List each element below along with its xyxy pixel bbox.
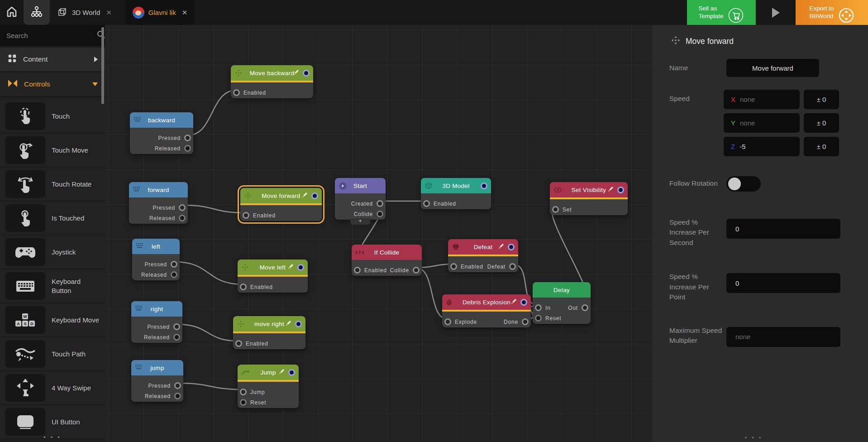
node-enable-toggle[interactable] bbox=[520, 299, 527, 306]
edit-pencil-icon[interactable] bbox=[302, 192, 308, 200]
node-move-backward[interactable]: Move backwardEnabled bbox=[231, 65, 313, 98]
port-released-out[interactable] bbox=[173, 334, 180, 341]
speed-z-field[interactable]: Z -5 bbox=[724, 137, 800, 156]
svg-text:D: D bbox=[30, 322, 33, 326]
port-enabled-in[interactable] bbox=[235, 340, 242, 347]
sidebar-section-content[interactable]: Content bbox=[0, 48, 105, 72]
port-explode-in[interactable] bbox=[444, 318, 451, 325]
speed-increase-second-field[interactable]: 0 bbox=[726, 219, 840, 239]
port-in-in[interactable] bbox=[535, 304, 542, 311]
node-set-visibility[interactable]: Set VisibilitySet bbox=[550, 182, 628, 215]
port-jump-in[interactable] bbox=[240, 389, 247, 395]
sidebar-item-touch-rotate[interactable]: Touch Rotate bbox=[0, 168, 105, 202]
port-enabled-in[interactable] bbox=[423, 200, 430, 207]
speed-x-variance-field[interactable]: ± 0 bbox=[804, 90, 839, 109]
tab-3d-world[interactable]: 3D World ✕ bbox=[50, 0, 119, 25]
home-button[interactable] bbox=[0, 0, 24, 25]
sidebar-section-controls[interactable]: Controls bbox=[0, 72, 105, 97]
speed-z-variance-field[interactable]: ± 0 bbox=[804, 137, 839, 156]
port-reset-in[interactable] bbox=[240, 399, 247, 406]
port-released-out[interactable] bbox=[179, 215, 186, 221]
edit-pencil-icon[interactable] bbox=[511, 298, 517, 306]
play-button[interactable] bbox=[756, 0, 796, 25]
sell-as-template-button[interactable]: Sell as Template bbox=[687, 0, 756, 25]
sidebar-item-touch-path[interactable]: Touch Path bbox=[0, 337, 105, 371]
speed-y-variance-field[interactable]: ± 0 bbox=[804, 113, 839, 133]
sidebar-item-is-touched[interactable]: Is Touched bbox=[0, 202, 105, 235]
node-defeat[interactable]: DefeatEnabledDefeat bbox=[448, 239, 518, 272]
port-out-out[interactable] bbox=[582, 304, 588, 311]
port-pressed-out[interactable] bbox=[171, 261, 177, 268]
speed-increase-point-field[interactable]: 0 bbox=[726, 273, 840, 293]
follow-rotation-toggle[interactable] bbox=[726, 176, 761, 192]
sidebar-scrollbar[interactable] bbox=[101, 27, 104, 104]
is-touched-icon bbox=[5, 204, 45, 232]
port-defeat-out[interactable] bbox=[509, 263, 516, 270]
port-pressed-out[interactable] bbox=[174, 382, 181, 389]
port-pressed-out[interactable] bbox=[184, 135, 191, 141]
port-created-out[interactable] bbox=[377, 200, 383, 207]
node-enable-toggle[interactable] bbox=[303, 70, 310, 77]
port-enabled-in[interactable] bbox=[233, 89, 240, 96]
tab-node-graph[interactable] bbox=[24, 0, 50, 25]
port-enabled-in[interactable] bbox=[354, 267, 361, 274]
tab-3d-world-close-icon[interactable]: ✕ bbox=[106, 9, 112, 17]
node-if-collide[interactable]: If CollideEnabledCollide bbox=[352, 245, 422, 276]
search-input[interactable] bbox=[6, 32, 96, 39]
node-forward[interactable]: forwardPressedReleased bbox=[129, 182, 188, 224]
export-to-bbworld-button[interactable]: Export to BBWorld bbox=[796, 0, 868, 25]
node-delay[interactable]: DelayInOutReset bbox=[533, 282, 591, 324]
node-enable-toggle[interactable] bbox=[617, 187, 624, 193]
port-released-out[interactable] bbox=[171, 271, 177, 278]
port-done-out[interactable] bbox=[522, 318, 529, 325]
edit-pencil-icon[interactable] bbox=[288, 263, 294, 271]
port-collide-out[interactable] bbox=[413, 267, 420, 274]
port-reset-in[interactable] bbox=[535, 315, 542, 322]
port-pressed-out[interactable] bbox=[179, 204, 186, 211]
sidebar-item-touch[interactable]: Touch bbox=[0, 100, 105, 134]
edit-pencil-icon[interactable] bbox=[279, 368, 285, 376]
node-right[interactable]: rightPressedReleased bbox=[131, 301, 182, 343]
node-enable-toggle[interactable] bbox=[311, 192, 318, 199]
tab-glavni-lik[interactable]: Glavni lik ✕ bbox=[125, 0, 195, 25]
sidebar-item-4-way-swipe[interactable]: 4 Way Swipe bbox=[0, 371, 105, 405]
port-enabled-in[interactable] bbox=[240, 283, 247, 290]
sidebar-item-joystick[interactable]: Joystick bbox=[0, 235, 105, 269]
speed-x-field[interactable]: X none bbox=[724, 90, 800, 109]
edit-pencil-icon[interactable] bbox=[498, 243, 505, 251]
name-field[interactable]: Move forward bbox=[726, 59, 819, 77]
port-released-out[interactable] bbox=[184, 145, 191, 152]
node-move-right[interactable]: move rightEnabled bbox=[233, 316, 305, 349]
sidebar-item-touch-move[interactable]: Touch Move bbox=[0, 134, 105, 168]
speed-y-field[interactable]: Y none bbox=[724, 113, 800, 133]
node-debris-explosion[interactable]: Debris ExplosionExplodeDone bbox=[442, 294, 531, 327]
node-jump[interactable]: jumpPressedReleased bbox=[131, 360, 183, 402]
node-move-forward[interactable]: Move forwardEnabled bbox=[240, 188, 322, 221]
port-enabled-in[interactable] bbox=[243, 212, 249, 219]
port-enabled-in[interactable] bbox=[450, 263, 457, 270]
node-jump-action[interactable]: JumpJumpReset bbox=[238, 365, 299, 408]
node-3d-model[interactable]: 3D ModelEnabled bbox=[421, 178, 491, 209]
sidebar-item-keyboard-move[interactable]: WASDKeyboard Move bbox=[0, 303, 105, 337]
node-left[interactable]: leftPressedReleased bbox=[132, 239, 180, 280]
node-enable-toggle[interactable] bbox=[295, 321, 302, 327]
edit-pencil-icon[interactable] bbox=[286, 320, 292, 328]
node-enable-toggle[interactable] bbox=[508, 244, 515, 250]
edit-pencil-icon[interactable] bbox=[293, 69, 300, 77]
port-pressed-out[interactable] bbox=[173, 323, 180, 330]
node-move-left[interactable]: Move leftEnabled bbox=[238, 259, 308, 293]
port-set-in[interactable] bbox=[552, 206, 559, 213]
node-backward[interactable]: backwardPressedReleased bbox=[130, 112, 193, 154]
node-enable-toggle[interactable] bbox=[297, 264, 304, 271]
node-graph-canvas[interactable]: Move backwardEnabledbackwardPressedRelea… bbox=[105, 25, 652, 442]
max-speed-multiplier-field[interactable]: none bbox=[726, 327, 840, 347]
node-start[interactable]: StartCreatedCollide+ bbox=[335, 178, 386, 220]
node-enable-toggle[interactable] bbox=[481, 183, 487, 189]
sidebar-item-keyboard-button[interactable]: Keyboard Button bbox=[0, 269, 105, 303]
tab-glavni-lik-close-icon[interactable]: ✕ bbox=[182, 9, 188, 17]
port-collide-out[interactable] bbox=[377, 211, 383, 217]
port-released-out[interactable] bbox=[174, 393, 181, 399]
add-output-button[interactable]: + bbox=[350, 218, 370, 225]
node-enable-toggle[interactable] bbox=[288, 369, 295, 376]
edit-pencil-icon[interactable] bbox=[608, 186, 614, 194]
